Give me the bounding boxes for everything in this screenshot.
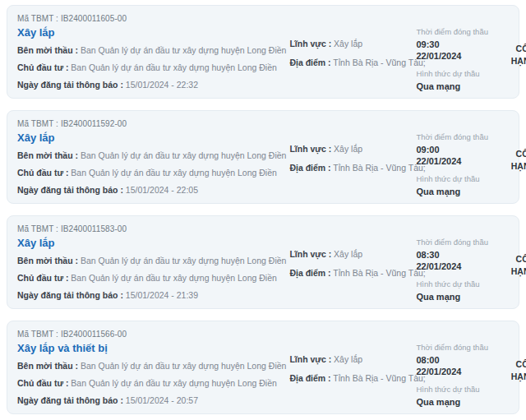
closing-time: 08:30 bbox=[416, 249, 495, 261]
procuring-entity-value: Ban Quản lý dự án đầu tư xây dựng huyện … bbox=[81, 256, 287, 265]
field-row: Lĩnh vực : Xây lắp bbox=[289, 144, 413, 155]
procuring-entity-row: Bên mời thầu : Ban Quản lý dự án đầu tư … bbox=[17, 256, 286, 266]
location-label: Địa điểm : bbox=[289, 268, 330, 278]
investor-label: Chủ đầu tư : bbox=[17, 378, 68, 388]
field-value: Xây lắp bbox=[334, 39, 362, 48]
closing-date: 22/01/2024 bbox=[416, 261, 495, 272]
tender-meta-info: Lĩnh vực : Xây lắp Địa điểm : Tỉnh Bà Rị… bbox=[289, 327, 413, 420]
closing-time: 09:00 bbox=[416, 144, 495, 155]
tender-code-line: Mã TBMT : IB2400011583-00 bbox=[17, 224, 286, 233]
tender-result-info: Có nhà thầu trúng thầu Nhà thầu trúng th… bbox=[498, 327, 526, 420]
location-row: Địa điểm : Tỉnh Bà Rịa - Vũng Tàu; bbox=[289, 163, 413, 173]
field-value: Xây lắp bbox=[334, 354, 362, 364]
location-value: Tỉnh Bà Rịa - Vũng Tàu; bbox=[333, 163, 425, 173]
published-value: 15/01/2024 - 22:32 bbox=[126, 80, 198, 90]
location-row: Địa điểm : Tỉnh Bà Rịa - Vũng Tàu; bbox=[289, 268, 413, 279]
tender-code-line: Mã TBMT : IB2400011605-00 bbox=[17, 14, 286, 23]
investor-row: Chủ đầu tư : Ban Quản lý dự án đầu tư xâ… bbox=[17, 62, 286, 73]
tender-code-label: Mã TBMT : bbox=[17, 14, 58, 23]
procuring-entity-label: Bên mời thầu : bbox=[17, 150, 78, 160]
published-label: Ngày đăng tải thông báo : bbox=[17, 290, 123, 300]
published-row: Ngày đăng tải thông báo : 15/01/2024 - 2… bbox=[17, 185, 286, 196]
location-value: Tỉnh Bà Rịa - Vũng Tàu; bbox=[333, 58, 425, 67]
tender-title-link[interactable]: Xây lắp bbox=[17, 132, 286, 144]
closing-label: Thời điểm đóng thầu bbox=[416, 343, 495, 353]
field-value: Xây lắp bbox=[334, 249, 362, 259]
procuring-entity-value: Ban Quản lý dự án đầu tư xây dựng huyện … bbox=[81, 361, 287, 371]
tender-title-link[interactable]: Xây lắp bbox=[17, 26, 286, 39]
tender-code-value: IB2400011605-00 bbox=[61, 14, 127, 23]
tender-card[interactable]: Mã TBMT : IB2400011605-00 Xây lắp Bên mờ… bbox=[7, 5, 519, 99]
investor-value: Ban Quản lý dự án đầu tư xây dựng huyện … bbox=[71, 378, 277, 388]
tender-closing-info: Thời điểm đóng thầu 08:00 22/01/2024 Hìn… bbox=[416, 327, 495, 420]
tender-code-line: Mã TBMT : IB2400011566-00 bbox=[17, 330, 286, 339]
tender-card[interactable]: Mã TBMT : IB2400011566-00 Xây lắp và thi… bbox=[7, 321, 519, 414]
location-row: Địa điểm : Tỉnh Bà Rịa - Vũng Tàu; bbox=[289, 58, 413, 68]
closing-label: Thời điểm đóng thầu bbox=[416, 27, 495, 37]
closing-date: 22/01/2024 bbox=[416, 50, 495, 62]
field-row: Lĩnh vực : Xây lắp bbox=[289, 249, 413, 260]
method-value: Qua mạng bbox=[416, 291, 495, 302]
winner-name: CÔNG TY TRÁCH NHIỆM HỮU HẠN TƯ VẤN XÂY D… bbox=[508, 253, 526, 290]
tender-card[interactable]: Mã TBMT : IB2400011583-00 Xây lắp Bên mờ… bbox=[7, 215, 519, 309]
procuring-entity-label: Bên mời thầu : bbox=[17, 45, 78, 55]
investor-label: Chủ đầu tư : bbox=[17, 273, 68, 283]
closing-time: 09:30 bbox=[416, 39, 495, 50]
published-row: Ngày đăng tải thông báo : 15/01/2024 - 2… bbox=[17, 80, 286, 90]
field-row: Lĩnh vực : Xây lắp bbox=[289, 39, 413, 49]
method-label: Hình thức dự thầu bbox=[416, 385, 495, 395]
investor-label: Chủ đầu tư : bbox=[17, 62, 68, 72]
winner-name: CÔNG TY TRÁCH NHIỆM HỮU HẠN TƯ VẤN XÂY D… bbox=[508, 148, 526, 185]
closing-label: Thời điểm đóng thầu bbox=[416, 238, 495, 247]
procuring-entity-label: Bên mời thầu : bbox=[17, 256, 78, 265]
field-value: Xây lắp bbox=[334, 144, 362, 154]
winner-name: CÔNG TY TRÁCH NHIỆM HỮU HẠN TƯ VẤN XÂY D… bbox=[508, 358, 526, 395]
tender-list: Mã TBMT : IB2400011605-00 Xây lắp Bên mờ… bbox=[0, 0, 526, 419]
procuring-entity-row: Bên mời thầu : Ban Quản lý dự án đầu tư … bbox=[17, 45, 286, 56]
method-value: Qua mạng bbox=[416, 186, 495, 197]
tender-title-link[interactable]: Xây lắp và thiết bị bbox=[17, 342, 286, 354]
closing-date: 22/01/2024 bbox=[416, 155, 495, 167]
tender-code-value: IB2400011566-00 bbox=[61, 330, 127, 339]
tender-card[interactable]: Mã TBMT : IB2400011592-00 Xây lắp Bên mờ… bbox=[7, 110, 519, 204]
investor-value: Ban Quản lý dự án đầu tư xây dựng huyện … bbox=[71, 273, 277, 283]
method-label: Hình thức dự thầu bbox=[416, 174, 495, 184]
closing-label: Thời điểm đóng thầu bbox=[416, 132, 495, 142]
tender-code-line: Mã TBMT : IB2400011592-00 bbox=[17, 119, 286, 128]
field-label: Lĩnh vực : bbox=[289, 249, 331, 259]
published-value: 15/01/2024 - 21:39 bbox=[126, 290, 198, 300]
tender-code-label: Mã TBMT : bbox=[17, 330, 58, 339]
published-label: Ngày đăng tải thông báo : bbox=[17, 185, 123, 195]
procuring-entity-value: Ban Quản lý dự án đầu tư xây dựng huyện … bbox=[81, 150, 287, 160]
method-value: Qua mạng bbox=[416, 396, 495, 408]
investor-row: Chủ đầu tư : Ban Quản lý dự án đầu tư xâ… bbox=[17, 273, 286, 284]
tender-code-label: Mã TBMT : bbox=[17, 119, 58, 128]
investor-row: Chủ đầu tư : Ban Quản lý dự án đầu tư xâ… bbox=[17, 168, 286, 178]
procuring-entity-row: Bên mời thầu : Ban Quản lý dự án đầu tư … bbox=[17, 150, 286, 161]
published-value: 15/01/2024 - 20:57 bbox=[126, 395, 198, 405]
tender-title-link[interactable]: Xây lắp bbox=[17, 237, 286, 249]
published-value: 15/01/2024 - 22:05 bbox=[126, 185, 198, 195]
method-label: Hình thức dự thầu bbox=[416, 279, 495, 289]
published-row: Ngày đăng tải thông báo : 15/01/2024 - 2… bbox=[17, 395, 286, 406]
investor-label: Chủ đầu tư : bbox=[17, 168, 68, 178]
procuring-entity-value: Ban Quản lý dự án đầu tư xây dựng huyện … bbox=[81, 45, 287, 55]
tender-code-value: IB2400011583-00 bbox=[61, 224, 127, 233]
tender-code-label: Mã TBMT : bbox=[17, 224, 58, 233]
field-label: Lĩnh vực : bbox=[289, 39, 331, 48]
field-label: Lĩnh vực : bbox=[289, 354, 331, 364]
location-label: Địa điểm : bbox=[289, 373, 330, 383]
investor-value: Ban Quản lý dự án đầu tư xây dựng huyện … bbox=[71, 62, 277, 72]
published-row: Ngày đăng tải thông báo : 15/01/2024 - 2… bbox=[17, 290, 286, 301]
procuring-entity-label: Bên mời thầu : bbox=[17, 361, 78, 371]
location-label: Địa điểm : bbox=[289, 163, 330, 173]
location-value: Tỉnh Bà Rịa - Vũng Tàu; bbox=[333, 373, 425, 383]
method-label: Hình thức dự thầu bbox=[416, 69, 495, 79]
closing-date: 22/01/2024 bbox=[416, 366, 495, 377]
field-label: Lĩnh vực : bbox=[289, 144, 331, 154]
winner-name: CÔNG TY TRÁCH NHIỆM HỮU HẠN TƯ VẤN XÂY D… bbox=[508, 43, 526, 80]
field-row: Lĩnh vực : Xây lắp bbox=[289, 354, 413, 365]
investor-value: Ban Quản lý dự án đầu tư xây dựng huyện … bbox=[71, 168, 277, 178]
location-value: Tỉnh Bà Rịa - Vũng Tàu; bbox=[333, 268, 425, 278]
tender-code-value: IB2400011592-00 bbox=[61, 119, 127, 128]
